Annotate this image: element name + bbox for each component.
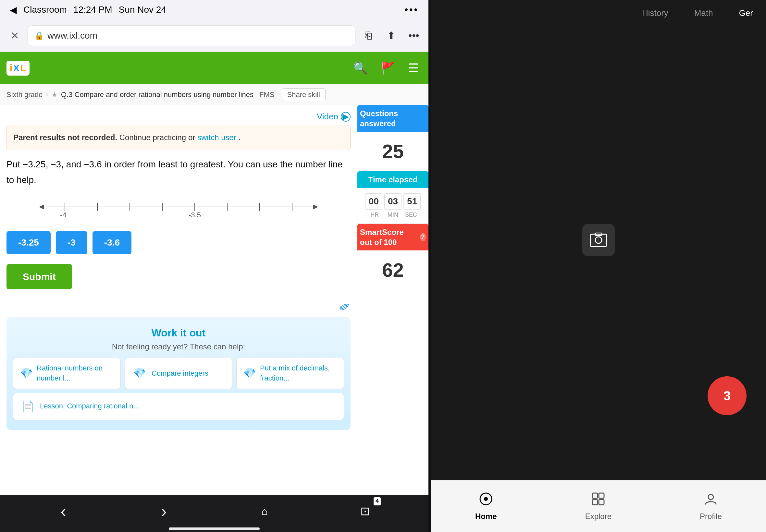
- share-skill-button[interactable]: Share skill: [282, 88, 325, 101]
- diamond-icon-3: 💎: [243, 365, 256, 381]
- skill-card-text-4: Lesson: Comparing rational n...: [40, 401, 139, 411]
- menu-icon[interactable]: ☰: [408, 61, 419, 75]
- skill-card-text-2: Compare integers: [152, 369, 208, 379]
- time-elapsed-box: Time elapsed 00 03 51 HR MIN SEC: [357, 171, 429, 224]
- notification-bold: Parent results not recorded.: [13, 133, 117, 142]
- app-nav-profile[interactable]: Profile: [700, 492, 722, 521]
- breadcrumb-skill: Q.3 Compare and order rational numbers u…: [61, 91, 253, 99]
- explore-nav-icon: [591, 492, 605, 509]
- address-bar[interactable]: 🔒 www.ixl.com: [28, 25, 355, 46]
- questions-answered-box: Questions answered 25: [357, 105, 429, 171]
- smart-help-icon[interactable]: ?: [420, 233, 426, 241]
- profile-nav-label: Profile: [700, 512, 722, 521]
- subject-history[interactable]: History: [642, 8, 668, 18]
- answer-button-1[interactable]: -3.25: [6, 231, 51, 254]
- work-it-out-title: Work it out: [13, 327, 344, 339]
- svg-marker-1: [39, 204, 44, 210]
- time-hr: 00: [365, 193, 382, 210]
- skill-card-2[interactable]: 💎 Compare integers: [125, 358, 232, 389]
- tabs-icon: ⊡: [360, 504, 370, 518]
- answer-buttons: -3.25 -3 -3.6: [6, 231, 350, 254]
- breadcrumb-fms: FMS: [259, 91, 274, 99]
- skill-card-3[interactable]: 💎 Put a mix of decimals, fraction...: [236, 358, 344, 389]
- svg-rect-18: [592, 493, 598, 498]
- diamond-icon-1: 💎: [20, 365, 33, 381]
- number-line-svg: -4 -3.5: [13, 194, 344, 220]
- ixl-logo-l: L: [20, 63, 26, 74]
- search-icon[interactable]: 🔍: [353, 61, 368, 75]
- left-content: Video ▶ Parent results not recorded. Con…: [0, 105, 357, 495]
- time-min-label: MIN: [385, 212, 401, 218]
- svg-rect-13: [590, 234, 607, 247]
- app-profile-badge: 3: [708, 376, 747, 415]
- home-indicator: [0, 527, 429, 532]
- more-button[interactable]: •••: [406, 28, 422, 44]
- number-line-container: -4 -3.5: [6, 194, 350, 221]
- question-text: Put −3.25, −3, and −3.6 in order from le…: [6, 157, 350, 187]
- bookmark-button[interactable]: ⎗: [360, 28, 376, 44]
- app-dark-area: History Math Ger 3: [431, 0, 766, 480]
- switch-user-link[interactable]: switch user: [197, 133, 236, 142]
- time-sec: 51: [404, 193, 421, 210]
- notification-end: .: [238, 133, 241, 142]
- photo-placeholder-icon: [582, 224, 615, 256]
- submit-button[interactable]: Submit: [6, 264, 72, 289]
- app-name-label: Classroom: [23, 5, 67, 15]
- main-content: Video ▶ Parent results not recorded. Con…: [0, 105, 429, 495]
- skill-cards: 💎 Rational numbers on number l... 💎 Comp…: [13, 358, 344, 420]
- browser-bottom-nav: ‹ › ⌂ ⊡ 4: [0, 495, 429, 527]
- svg-rect-19: [599, 493, 604, 498]
- skill-card-4[interactable]: 📄 Lesson: Comparing rational n...: [13, 393, 344, 420]
- browser-forward-button[interactable]: ›: [151, 500, 177, 523]
- skill-card-text-3: Put a mix of decimals, fraction...: [260, 363, 337, 383]
- notification-rest: Continue practicing or: [119, 133, 195, 142]
- svg-point-22: [708, 494, 713, 500]
- home-nav-icon: [479, 492, 493, 509]
- app-panel: History Math Ger 3: [431, 0, 766, 532]
- time-sec-label: SEC: [403, 212, 420, 218]
- browser-tabs-button[interactable]: ⊡ 4: [352, 500, 378, 523]
- back-arrow[interactable]: ◀: [10, 5, 17, 15]
- work-it-out-subtitle: Not feeling ready yet? These can help:: [13, 342, 344, 351]
- notification-box: Parent results not recorded. Continue pr…: [6, 125, 350, 150]
- home-indicator-bar: [169, 527, 260, 530]
- tab-count-badge: 4: [373, 497, 381, 505]
- subject-math[interactable]: Math: [694, 8, 713, 18]
- browser-back-button[interactable]: ‹: [50, 500, 76, 523]
- app-nav-home[interactable]: Home: [475, 492, 497, 521]
- skill-card-1[interactable]: 💎 Rational numbers on number l...: [13, 358, 121, 389]
- svg-text:-3.5: -3.5: [188, 211, 201, 219]
- explore-nav-label: Explore: [585, 512, 612, 521]
- profile-nav-icon: [704, 492, 718, 509]
- diamond-icon-2: 💎: [131, 365, 148, 381]
- status-bar: ◀ Classroom 12:24 PM Sun Nov 24 •••: [0, 0, 429, 19]
- video-label: Video: [317, 112, 338, 122]
- ixl-header: i X L 🔍 🚩 ☰: [0, 52, 429, 84]
- video-link[interactable]: Video ▶: [6, 112, 350, 122]
- svg-point-14: [595, 237, 602, 243]
- svg-marker-2: [313, 204, 318, 210]
- share-button[interactable]: ⬆: [383, 28, 399, 44]
- browser-close-button[interactable]: ✕: [6, 28, 23, 44]
- smart-score-label: SmartScore out of 100: [360, 227, 418, 247]
- lock-icon: 🔒: [34, 31, 44, 40]
- smart-score-number: 62: [360, 256, 425, 284]
- browser-actions: ⎗ ⬆ •••: [360, 28, 422, 44]
- status-time: 12:24 PM: [73, 5, 112, 15]
- time-elapsed-header: Time elapsed: [357, 171, 429, 188]
- answer-button-3[interactable]: -3.6: [92, 231, 131, 254]
- breadcrumb-grade[interactable]: Sixth grade: [6, 91, 43, 99]
- app-nav-explore[interactable]: Explore: [585, 492, 612, 521]
- home-nav-label: Home: [475, 512, 497, 521]
- subject-ger[interactable]: Ger: [739, 8, 753, 18]
- flag-icon[interactable]: 🚩: [381, 61, 395, 75]
- pencil-icon[interactable]: ✏: [336, 297, 353, 316]
- panel-divider: [429, 0, 431, 532]
- browser-home-button[interactable]: ⌂: [251, 500, 277, 523]
- ixl-logo[interactable]: i X L: [6, 61, 30, 76]
- smart-score-box: SmartScore out of 100 ? 62: [357, 224, 429, 290]
- skill-card-text-1: Rational numbers on number l...: [37, 363, 114, 383]
- time-min: 03: [384, 193, 402, 210]
- answer-button-2[interactable]: -3: [56, 231, 87, 254]
- ixl-logo-x: X: [13, 63, 19, 74]
